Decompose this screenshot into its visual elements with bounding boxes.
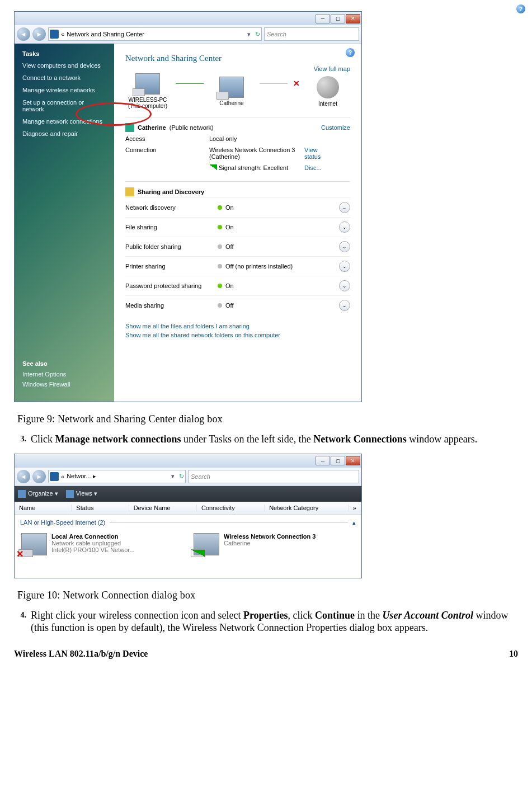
- search-input[interactable]: Search: [264, 27, 359, 41]
- node-this-pc[interactable]: WIRELESS-PC (This computer): [125, 73, 170, 109]
- address-bar[interactable]: « Networ... ▸ ▾ ↻: [48, 470, 186, 483]
- sharing-icon: [125, 187, 134, 196]
- share-row: Password protected sharingOn⌄: [125, 276, 350, 295]
- organize-button[interactable]: Organize ▾: [18, 490, 58, 498]
- nav-toolbar: ◄ ► « Network and Sharing Center ▾ ↻ Sea…: [15, 25, 361, 44]
- group-label: LAN or High-Speed Internet (2): [20, 519, 105, 526]
- task-manage-wireless[interactable]: Manage wireless networks: [15, 84, 114, 96]
- expand-button[interactable]: ⌄: [339, 280, 350, 291]
- minimize-button[interactable]: ─: [316, 14, 330, 23]
- main-pane: ? Network and Sharing Center View full m…: [114, 44, 361, 402]
- access-label: Access: [125, 135, 209, 142]
- col-device[interactable]: Device Name: [129, 505, 197, 511]
- signal-icon: [191, 549, 205, 557]
- conn-status: Network cable unplugged: [51, 540, 135, 546]
- address-bar[interactable]: « Network and Sharing Center ▾ ↻: [48, 27, 262, 41]
- status-dot-off: [218, 244, 222, 249]
- status-dot-on: [218, 225, 222, 229]
- step-3: 3. Click Manage network connections unde…: [14, 433, 518, 446]
- node-pc-sub: (This computer): [125, 103, 170, 109]
- router-icon: [219, 77, 244, 98]
- task-connect-network[interactable]: Connect to a network: [15, 72, 114, 84]
- expand-button[interactable]: ⌄: [339, 202, 350, 213]
- connection-label: Connection: [125, 147, 209, 160]
- task-manage-connections[interactable]: Manage network connections: [15, 115, 114, 128]
- task-diagnose[interactable]: Diagnose and repair: [15, 128, 114, 140]
- customize-link[interactable]: Customize: [321, 124, 350, 131]
- col-name[interactable]: Name: [15, 505, 72, 511]
- back-button[interactable]: ◄: [17, 470, 30, 483]
- close-button[interactable]: ✕: [346, 14, 360, 23]
- expand-button[interactable]: ⌄: [339, 300, 350, 311]
- col-status[interactable]: Status: [72, 505, 129, 511]
- col-connectivity[interactable]: Connectivity: [197, 505, 265, 511]
- help-icon[interactable]: ?: [516, 4, 525, 13]
- organize-icon: [18, 490, 26, 498]
- node-router-label: Catherine: [209, 100, 254, 106]
- conn-name: Wireless Network Connection 3: [224, 533, 316, 540]
- dropdown-icon[interactable]: ▾: [245, 31, 253, 38]
- link-show-files[interactable]: Show me all the files and folders I am s…: [125, 322, 350, 331]
- connection-item-lan[interactable]: ✕ Local Area Connection Network cable un…: [21, 533, 182, 555]
- close-button[interactable]: ✕: [346, 456, 360, 465]
- disconnect-link[interactable]: Disc...: [304, 164, 327, 171]
- nic-icon: ✕: [21, 533, 47, 555]
- connection-line-2: [260, 83, 288, 84]
- forward-button[interactable]: ►: [32, 27, 46, 41]
- connection-item-wireless[interactable]: Wireless Network Connection 3 Catherine: [194, 533, 355, 555]
- footer-title: Wireless LAN 802.11a/b/g/n Device: [14, 649, 148, 659]
- view-full-map-link[interactable]: View full map: [314, 65, 350, 72]
- expand-button[interactable]: ⌄: [339, 241, 350, 252]
- network-name: Catherine: [138, 124, 166, 131]
- network-header: Catherine (Public network) Customize: [125, 122, 350, 133]
- breadcrumb[interactable]: Networ... ▸: [67, 473, 96, 480]
- see-also-firewall[interactable]: Windows Firewall: [22, 379, 106, 389]
- minimize-button[interactable]: ─: [316, 456, 330, 465]
- forward-button[interactable]: ►: [32, 470, 46, 483]
- group-header[interactable]: LAN or High-Speed Internet (2) ▴: [15, 515, 361, 531]
- collapse-icon[interactable]: ▴: [352, 519, 356, 526]
- breadcrumb-prefix: «: [61, 473, 64, 480]
- refresh-icon[interactable]: ↻: [179, 473, 184, 480]
- maximize-button[interactable]: ▢: [331, 14, 345, 23]
- signal-label: Signal strength:: [219, 164, 261, 171]
- titlebar: ─ ▢ ✕: [15, 454, 361, 468]
- command-bar: Organize ▾ Views ▾ ?: [15, 486, 361, 502]
- col-category[interactable]: Network Category: [265, 505, 349, 511]
- network-type: (Public network): [170, 124, 214, 131]
- views-button[interactable]: Views ▾: [66, 490, 97, 498]
- expand-button[interactable]: ⌄: [339, 222, 350, 233]
- node-pc-label: WIRELESS-PC: [125, 97, 170, 103]
- dropdown-icon[interactable]: ▾: [169, 473, 177, 480]
- figure10-caption: Figure 10: Network Connection dialog box: [17, 590, 518, 601]
- breadcrumb[interactable]: Network and Sharing Center: [67, 31, 144, 37]
- back-button[interactable]: ◄: [17, 27, 30, 41]
- connection-value: Wireless Network Connection 3 (Catherine…: [209, 147, 304, 160]
- see-also-header: See also: [22, 358, 106, 369]
- access-value: Local only: [209, 135, 304, 142]
- figure9-caption: Figure 9: Network and Sharing Center dia…: [17, 413, 518, 425]
- link-show-folders[interactable]: Show me all the shared network folders o…: [125, 331, 350, 340]
- search-input[interactable]: Search: [188, 470, 359, 483]
- refresh-icon[interactable]: ↻: [255, 31, 260, 38]
- more-columns[interactable]: »: [349, 505, 361, 511]
- node-internet-label: Internet: [305, 101, 350, 107]
- node-internet[interactable]: Internet: [305, 76, 350, 107]
- task-view-computers[interactable]: View computers and devices: [15, 59, 114, 72]
- status-dot-off: [218, 303, 222, 308]
- share-row: Network discoveryOn⌄: [125, 197, 350, 217]
- maximize-button[interactable]: ▢: [331, 456, 345, 465]
- see-also-section: See also Internet Options Windows Firewa…: [15, 354, 114, 397]
- help-icon[interactable]: ?: [346, 48, 355, 57]
- search-placeholder: Search: [191, 473, 210, 480]
- view-status-link[interactable]: View status: [304, 147, 327, 160]
- expand-button[interactable]: ⌄: [339, 261, 350, 272]
- task-setup-connection[interactable]: Set up a connection or network: [15, 96, 114, 115]
- node-router[interactable]: Catherine: [209, 77, 254, 106]
- sharing-header: Sharing and Discovery: [125, 186, 350, 197]
- share-row: Public folder sharingOff⌄: [125, 237, 350, 256]
- views-icon: [66, 490, 74, 498]
- sharing-title: Sharing and Discovery: [138, 188, 204, 195]
- see-also-internet-options[interactable]: Internet Options: [22, 369, 106, 379]
- tasks-header: Tasks: [15, 48, 114, 59]
